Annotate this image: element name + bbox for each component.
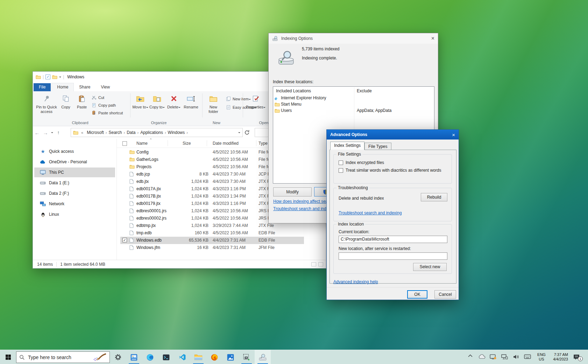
tab-index-settings[interactable]: Index Settings: [330, 142, 364, 150]
tab-view[interactable]: View: [95, 83, 115, 91]
sidebar-item-data-1-e[interactable]: Data 1 (E:): [34, 178, 115, 188]
select-new-button[interactable]: Select new: [413, 263, 447, 271]
pin-to-quick-access-button[interactable]: Pin to Quick access: [36, 93, 57, 114]
large-icons-view-icon[interactable]: [318, 262, 323, 266]
file-modified: 4/5/2022 10:56 AM: [213, 164, 248, 169]
column-divider[interactable]: [207, 140, 207, 146]
cut-label: Cut: [98, 95, 104, 100]
diacritics-row[interactable]: Treat similar words with diacritics as d…: [339, 168, 441, 173]
current-location-input[interactable]: C:\ProgramData\Microsoft: [339, 236, 447, 243]
new-folder-label: New folder: [204, 105, 222, 114]
tab-file-types[interactable]: File Types: [364, 143, 391, 150]
rebuild-button[interactable]: Rebuild: [421, 193, 447, 201]
breadcrumb-search[interactable]: Search: [108, 130, 122, 135]
new-folder-button[interactable]: New folder: [204, 93, 222, 114]
address-bar[interactable]: « Microsoft›Search›Data›Applications›Win…: [71, 128, 243, 137]
column-header-type[interactable]: Type: [258, 141, 268, 146]
indexing-options-taskbar-button[interactable]: [255, 350, 271, 364]
file-row[interactable]: ✓Windows.edb65,536 KB4/4/2023 7:31 AMEDB…: [120, 237, 304, 244]
advanced-titlebar[interactable]: Advanced Options ×: [327, 130, 459, 140]
copy-to-button[interactable]: Copy to: [149, 93, 165, 109]
taskbar-search[interactable]: Type here to search: [16, 351, 110, 363]
forward-button[interactable]: →: [41, 130, 50, 136]
rename-button[interactable]: Rename: [182, 93, 200, 109]
up-button[interactable]: ↑: [55, 130, 62, 135]
column-header-name[interactable]: Name: [136, 141, 148, 146]
settings-taskbar-button[interactable]: [110, 350, 126, 364]
new-location-input[interactable]: [339, 252, 447, 260]
modify-button[interactable]: Modify: [273, 187, 312, 197]
sidebar-item-data-2-f[interactable]: Data 2 (F:): [34, 188, 115, 198]
clock[interactable]: 7:37 AM 4/4/2023: [546, 352, 568, 362]
file-explorer-taskbar-button[interactable]: [190, 350, 206, 364]
advanced-indexing-help-link[interactable]: Advanced indexing help: [333, 279, 378, 284]
sidebar-item-network[interactable]: Network: [34, 199, 115, 209]
snip-sketch-taskbar-button[interactable]: [239, 350, 255, 364]
vscode-taskbar-button[interactable]: [174, 350, 190, 364]
quick-access-properties-icon[interactable]: ✓: [45, 74, 50, 79]
move-to-button[interactable]: Move to: [132, 93, 148, 109]
refresh-icon[interactable]: [244, 130, 250, 135]
photo-viewer-taskbar-button[interactable]: [126, 350, 142, 364]
troubleshoot-search-link[interactable]: Troubleshoot search and indexing: [339, 210, 402, 215]
properties-button[interactable]: Properties: [245, 93, 266, 109]
view-toggles[interactable]: [311, 262, 323, 266]
column-header-size[interactable]: Size: [183, 141, 191, 146]
address-dropdown-icon[interactable]: [238, 132, 240, 134]
ok-button[interactable]: OK: [407, 290, 427, 299]
qat-customize-icon[interactable]: [59, 77, 61, 79]
column-header-date-modified[interactable]: Date modified: [213, 141, 239, 146]
select-all-checkbox[interactable]: [122, 141, 127, 146]
file-row[interactable]: tmp.edb160 KB4/5/2022 10:56 AMEDB File: [120, 229, 304, 237]
photos-taskbar-button[interactable]: [222, 350, 239, 364]
tray-chevron-icon[interactable]: [468, 354, 473, 357]
checkbox-checked[interactable]: ✓: [122, 238, 127, 242]
indexing-titlebar[interactable]: Indexing Options ×: [269, 33, 438, 44]
sidebar-item-linux[interactable]: Linux: [34, 209, 115, 219]
sidebar-item-this-pc[interactable]: This PC: [34, 167, 115, 177]
location-row-internet-explorer-history[interactable]: eInternet Explorer History: [273, 95, 434, 101]
index-encrypted-files-row[interactable]: Index encrypted files: [339, 160, 384, 165]
edge-taskbar-button[interactable]: [142, 350, 158, 364]
network-tray-icon[interactable]: [501, 354, 508, 359]
breadcrumb-data[interactable]: Data: [126, 130, 136, 135]
terminal-taskbar-button[interactable]: [158, 350, 174, 364]
location-row-users[interactable]: UsersAppData; AppData: [273, 108, 434, 114]
keyboard-tray-icon[interactable]: [524, 354, 531, 359]
breadcrumb-microsoft[interactable]: Microsoft: [86, 130, 105, 135]
diacritics-checkbox[interactable]: [339, 168, 343, 173]
index-encrypted-checkbox[interactable]: [339, 160, 343, 165]
sidebar-item-onedrive-personal[interactable]: OneDrive - Personal: [34, 157, 115, 167]
delete-button[interactable]: Delete: [166, 93, 182, 109]
copy-button[interactable]: Copy: [58, 93, 73, 109]
close-icon[interactable]: ×: [452, 132, 455, 138]
quick-access-newfolder-icon[interactable]: [52, 75, 57, 79]
recent-locations-icon[interactable]: [51, 132, 53, 134]
column-divider[interactable]: [256, 140, 256, 146]
column-divider[interactable]: [168, 140, 168, 146]
tab-file[interactable]: File: [34, 83, 51, 91]
paste-shortcut-button[interactable]: Paste shortcut: [92, 109, 123, 116]
breadcrumb-applications[interactable]: Applications: [140, 130, 164, 135]
copy-path-button[interactable]: Copy path: [92, 102, 116, 109]
start-button[interactable]: [0, 350, 16, 364]
onedrive-tray-icon[interactable]: [479, 354, 486, 359]
close-icon[interactable]: ×: [431, 35, 434, 42]
sidebar-item-quick-access[interactable]: ★Quick access: [34, 147, 115, 156]
tab-share[interactable]: Share: [74, 83, 95, 91]
cancel-button[interactable]: Cancel: [434, 290, 456, 299]
display-tray-icon[interactable]: [490, 354, 496, 359]
firefox-taskbar-button[interactable]: [206, 350, 222, 364]
location-row-start-menu[interactable]: Start Menu: [273, 101, 434, 108]
file-size: 8 KB: [173, 172, 208, 177]
notification-badge: 1: [578, 356, 583, 361]
volume-tray-icon[interactable]: [513, 354, 519, 359]
drive-icon: [40, 180, 46, 186]
paste-button[interactable]: Paste: [74, 93, 90, 109]
file-row[interactable]: Windows.jfm16 KB4/4/2023 7:31 AMJFM File: [120, 244, 304, 251]
back-button[interactable]: ←: [33, 130, 41, 136]
cut-button[interactable]: Cut: [92, 94, 104, 101]
tab-home[interactable]: Home: [51, 83, 74, 91]
breadcrumb-windows[interactable]: Windows: [167, 130, 186, 135]
details-view-icon[interactable]: [311, 262, 316, 266]
